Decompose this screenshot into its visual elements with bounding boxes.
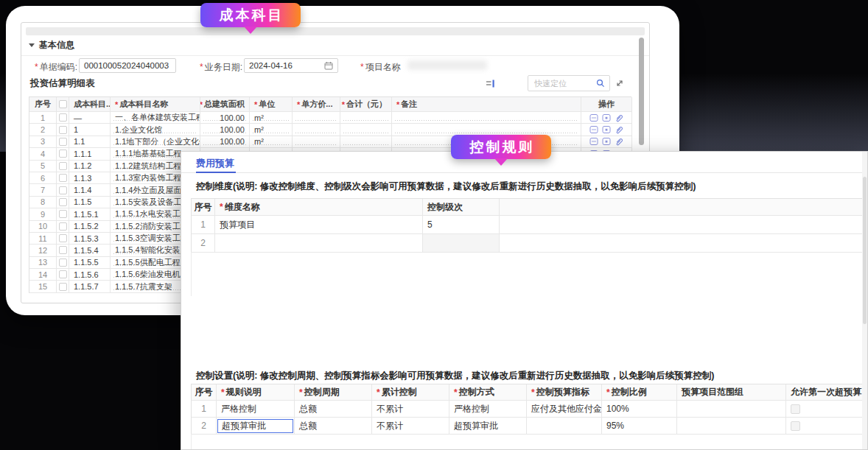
cell-name[interactable]: 1.企业文化馆 [111, 124, 200, 136]
cell-idx: 6 [29, 172, 57, 184]
settings-note: 控制设置(说明: 修改控制周期、控制预算指标会影响可用预算数据，建议修改后重新进… [196, 370, 714, 382]
cell-code[interactable]: 1 [69, 124, 111, 136]
cell-code[interactable]: 1.1.5.6 [69, 269, 111, 281]
cell-indicator[interactable] [527, 418, 602, 435]
cell-range-group[interactable] [677, 401, 786, 418]
allow-first-over-checkbox[interactable] [791, 404, 800, 414]
cell-dimension-name[interactable] [215, 234, 423, 253]
row-checkbox[interactable] [59, 174, 67, 182]
table-left-edge [191, 252, 192, 296]
cell-control-level[interactable]: 5 [423, 216, 500, 234]
row-checkbox[interactable] [59, 210, 67, 218]
calendar-icon[interactable] [324, 61, 333, 70]
detail-card-icon[interactable] [589, 137, 598, 146]
cell-unit[interactable]: m² [250, 112, 293, 124]
cell-rule[interactable]: 严格控制 [217, 401, 295, 418]
cell-area[interactable]: 100.00 [200, 112, 250, 124]
cell-indicator[interactable]: 应付及其他应付金额 [527, 401, 602, 418]
cell-mode[interactable]: 严格控制 [449, 401, 527, 418]
cell-name[interactable]: 1.1地下部分（企业文化馆） [111, 136, 200, 148]
cell-code[interactable]: 1.1.5.7 [69, 281, 111, 292]
cell-price[interactable] [293, 136, 340, 148]
cell-total[interactable] [340, 136, 392, 148]
cell-code[interactable]: 1.1.2 [69, 161, 111, 172]
row-checkbox[interactable] [59, 126, 67, 134]
cell-idx: 1 [192, 216, 215, 234]
cell-range-group[interactable] [677, 418, 786, 435]
cell-price[interactable] [293, 112, 340, 124]
cell-ratio[interactable]: 100% [602, 401, 677, 418]
cell-code[interactable]: 1.1.5.4 [69, 245, 111, 256]
rule-edit-input[interactable]: 超预算审批 [217, 419, 293, 433]
cell-rule-editing[interactable]: 超预算审批 [217, 418, 295, 435]
cell-period[interactable]: 总额 [295, 418, 372, 435]
select-all-checkbox[interactable] [59, 100, 67, 108]
row-checkbox[interactable] [59, 270, 67, 278]
row-checkbox[interactable] [59, 259, 67, 267]
cell-area[interactable]: 100.00 [200, 136, 250, 148]
header-price: *单方价... [293, 97, 340, 112]
project-name-label: *项目名称 [360, 61, 405, 74]
focus-cell-icon[interactable] [602, 125, 611, 134]
column-settings-icon[interactable] [486, 79, 495, 88]
quick-locate-search[interactable] [528, 75, 610, 91]
row-checkbox[interactable] [59, 113, 67, 122]
search-icon[interactable] [596, 79, 609, 88]
dimension-note: 控制维度(说明: 修改控制维度、控制级次会影响可用预算数据，建议修改后重新进行历… [196, 180, 696, 193]
detail-card-icon[interactable] [589, 113, 598, 122]
header-ops: 操作 [581, 97, 632, 112]
biz-date-input[interactable]: 2024-04-16 [244, 58, 338, 73]
cell-code[interactable]: 1.1.4 [69, 184, 111, 196]
quick-locate-input[interactable] [528, 79, 596, 88]
row-checkbox[interactable] [59, 234, 67, 242]
cell-code[interactable]: 1.1.5.2 [69, 221, 111, 233]
header-accumulate: *累计控制 [372, 384, 449, 401]
cell-accumulate[interactable]: 不累计 [372, 401, 449, 418]
cell-code[interactable]: 1.1.5 [69, 197, 111, 208]
panel2-scrollbar[interactable] [863, 177, 867, 324]
row-checkbox[interactable] [59, 162, 67, 170]
cell-code[interactable]: 1.1.5.5 [69, 257, 111, 269]
cell-unit[interactable]: m² [250, 124, 293, 136]
cell-code[interactable]: 1.1.1 [69, 148, 111, 160]
cell-remark[interactable] [392, 112, 581, 124]
cell-code[interactable]: — [69, 112, 111, 124]
attachment-icon[interactable] [615, 125, 623, 134]
row-checkbox[interactable] [59, 186, 67, 194]
row-checkbox[interactable] [59, 283, 67, 291]
cell-code[interactable]: 1.1.5.1 [69, 208, 111, 220]
header-ratio: *控制比例 [602, 384, 677, 401]
header-allow-first-over: 允许第一次超预算 [786, 384, 864, 401]
row-checkbox[interactable] [59, 138, 67, 146]
cell-dimension-name[interactable]: 预算项目 [215, 216, 423, 234]
cell-code[interactable]: 1.1.3 [69, 172, 111, 184]
attachment-icon[interactable] [615, 137, 623, 146]
cell-name[interactable]: 一、各单体建筑安装工程费用 [111, 112, 200, 124]
cell-price[interactable] [293, 124, 340, 136]
row-checkbox[interactable] [59, 246, 67, 254]
panel1-scrollbar[interactable] [639, 38, 644, 145]
cell-unit[interactable]: m² [250, 136, 293, 148]
cell-total[interactable] [340, 112, 392, 124]
cell-accumulate[interactable]: 不累计 [372, 418, 449, 435]
row-checkbox[interactable] [59, 198, 67, 206]
cell-ratio[interactable]: 95% [602, 418, 677, 435]
cell-code[interactable]: 1.1.5.3 [69, 233, 111, 245]
control-rules-badge: 控制规则 [451, 135, 551, 159]
focus-cell-icon[interactable] [602, 137, 611, 146]
allow-first-over-checkbox[interactable] [791, 421, 800, 431]
attachment-icon[interactable] [615, 113, 623, 122]
cell-code[interactable]: 1.1 [69, 136, 111, 148]
row-checkbox[interactable] [59, 222, 67, 231]
cell-mode[interactable]: 超预算审批 [449, 418, 527, 435]
cell-area[interactable]: 100.00 [200, 124, 250, 136]
doc-code-input[interactable]: 000100052024040003 [79, 58, 176, 73]
expand-icon[interactable] [615, 79, 624, 88]
cell-period[interactable]: 总额 [295, 401, 372, 418]
detail-card-icon[interactable] [589, 125, 598, 134]
tab-expense-budget[interactable]: 费用预算 [196, 157, 234, 170]
row-checkbox[interactable] [59, 150, 67, 158]
basic-info-section-header[interactable]: 基本信息 [29, 39, 74, 52]
cell-total[interactable] [340, 124, 392, 136]
focus-cell-icon[interactable] [602, 113, 611, 122]
